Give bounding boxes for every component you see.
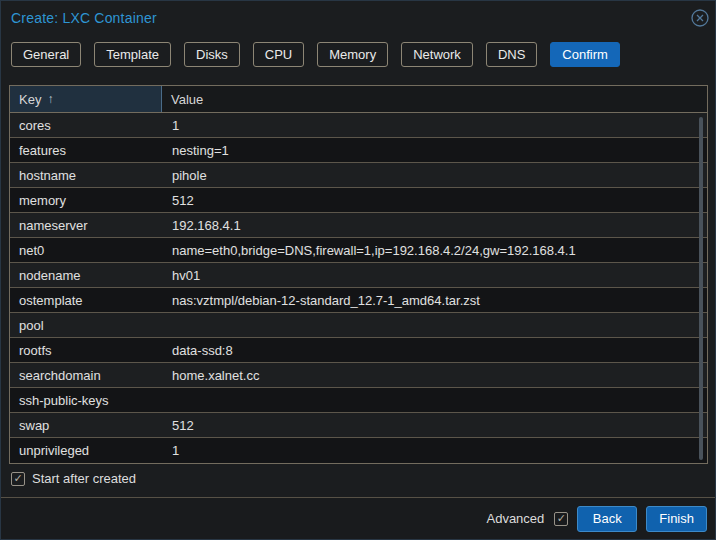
table-row[interactable]: ostemplatenas:vztmpl/debian-12-standard_… [10,288,707,313]
table-row[interactable]: hostnamepihole [10,163,707,188]
table-row[interactable]: pool [10,313,707,338]
close-icon[interactable] [690,8,710,28]
tab-bar: GeneralTemplateDisksCPUMemoryNetworkDNSC… [11,42,620,67]
row-value: 512 [162,193,707,208]
column-header-key-label: Key [19,92,41,107]
row-key: hostname [10,168,162,183]
grid-body: cores1featuresnesting=1hostnamepiholemem… [10,113,707,463]
row-key: pool [10,318,162,333]
row-value: pihole [162,168,707,183]
row-key: ssh-public-keys [10,393,162,408]
row-key: cores [10,118,162,133]
start-after-created-label: Start after created [32,471,136,486]
row-value: home.xalnet.cc [162,368,707,383]
back-button[interactable]: Back [577,506,637,532]
column-header-key[interactable]: Key ↑ [10,86,162,112]
row-key: features [10,143,162,158]
row-value: 1 [162,118,707,133]
footer-toolbar: Advanced ✓ Back Finish [1,497,715,539]
row-value: 192.168.4.1 [162,218,707,233]
row-key: ostemplate [10,293,162,308]
start-after-created-checkbox[interactable]: ✓ [11,472,25,486]
row-key: net0 [10,243,162,258]
column-header-value[interactable]: Value [162,86,707,112]
row-value: nesting=1 [162,143,707,158]
table-row[interactable]: nodenamehv01 [10,263,707,288]
tab-dns[interactable]: DNS [486,42,537,67]
row-value: 1 [162,443,707,458]
confirm-settings-table: Key ↑ Value cores1featuresnesting=1hostn… [9,85,708,464]
tab-cpu[interactable]: CPU [253,42,304,67]
vertical-scrollbar[interactable] [699,117,703,460]
row-value: name=eth0,bridge=DNS,firewall=1,ip=192.1… [162,243,707,258]
finish-button[interactable]: Finish [646,506,707,532]
tab-general[interactable]: General [11,42,81,67]
tab-template[interactable]: Template [94,42,171,67]
row-key: nameserver [10,218,162,233]
dialog-title: Create: LXC Container [11,10,157,26]
tab-disks[interactable]: Disks [184,42,240,67]
table-row[interactable]: net0name=eth0,bridge=DNS,firewall=1,ip=1… [10,238,707,263]
table-row[interactable]: cores1 [10,113,707,138]
sort-ascending-icon: ↑ [47,92,53,106]
row-value: nas:vztmpl/debian-12-standard_12.7-1_amd… [162,293,707,308]
create-lxc-dialog: Create: LXC Container GeneralTemplateDis… [0,0,716,540]
row-value: data-ssd:8 [162,343,707,358]
row-key: nodename [10,268,162,283]
row-key: searchdomain [10,368,162,383]
tab-network[interactable]: Network [401,42,473,67]
table-row[interactable]: ssh-public-keys [10,388,707,413]
table-row[interactable]: rootfsdata-ssd:8 [10,338,707,363]
row-value: 512 [162,418,707,433]
row-key: memory [10,193,162,208]
table-row[interactable]: unprivileged1 [10,438,707,463]
start-after-created-row: ✓ Start after created [11,471,136,486]
row-key: rootfs [10,343,162,358]
table-row[interactable]: featuresnesting=1 [10,138,707,163]
table-row[interactable]: memory512 [10,188,707,213]
row-key: swap [10,418,162,433]
advanced-label: Advanced [486,511,544,526]
column-header-value-label: Value [171,92,203,107]
table-row[interactable]: nameserver192.168.4.1 [10,213,707,238]
row-value: hv01 [162,268,707,283]
row-key: unprivileged [10,443,162,458]
tab-confirm[interactable]: Confirm [550,42,620,67]
table-row[interactable]: searchdomainhome.xalnet.cc [10,363,707,388]
tab-memory[interactable]: Memory [317,42,388,67]
table-header-row: Key ↑ Value [10,86,707,113]
table-row[interactable]: swap512 [10,413,707,438]
advanced-checkbox[interactable]: ✓ [554,512,568,526]
